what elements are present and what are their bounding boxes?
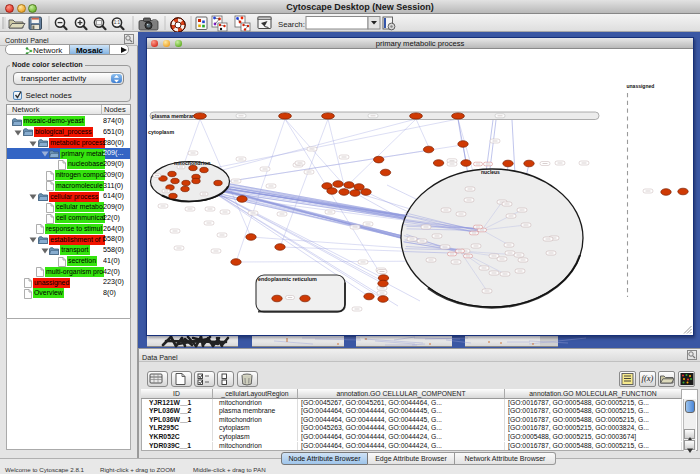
svg-text:nucleus: nucleus bbox=[481, 169, 500, 175]
svg-text:1:1: 1:1 bbox=[114, 20, 121, 25]
svg-text:cytoplasm: cytoplasm bbox=[148, 129, 174, 135]
svg-text:Search:: Search: bbox=[278, 20, 305, 29]
svg-text:mitochondrion: mitochondrion bbox=[174, 160, 210, 166]
svg-text:plasma membrane: plasma membrane bbox=[152, 113, 199, 119]
svg-text:unassigned: unassigned bbox=[627, 83, 655, 89]
svg-text:endoplasmic reticulum: endoplasmic reticulum bbox=[258, 276, 317, 282]
